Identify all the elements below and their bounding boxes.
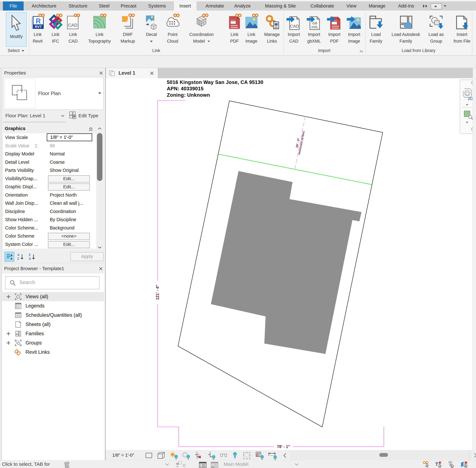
svg-text:GB: GB xyxy=(312,21,317,25)
svg-text:78' - 1": 78' - 1" xyxy=(277,444,290,449)
svg-text:CAD: CAD xyxy=(290,24,299,29)
svg-text:CAD: CAD xyxy=(68,23,77,28)
svg-text:2D: 2D xyxy=(468,96,473,100)
svg-text:XML: XML xyxy=(311,25,318,29)
svg-text:121' - 4": 121' - 4" xyxy=(155,285,160,300)
svg-text:APN: 40339015: APN: 40339015 xyxy=(167,86,203,91)
svg-text:A: A xyxy=(29,257,31,260)
svg-text:Z: Z xyxy=(17,257,19,260)
svg-text:Z: Z xyxy=(29,253,31,257)
svg-text:5016 Kingston Way San Jose, CA: 5016 Kingston Way San Jose, CA 95130 xyxy=(167,79,263,85)
svg-text:RVT: RVT xyxy=(35,25,42,29)
svg-text::0: :0 xyxy=(182,463,186,468)
svg-text:A: A xyxy=(17,253,19,257)
svg-text:Zoning: Unknown: Zoning: Unknown xyxy=(167,92,210,98)
svg-text:R: R xyxy=(36,17,41,25)
